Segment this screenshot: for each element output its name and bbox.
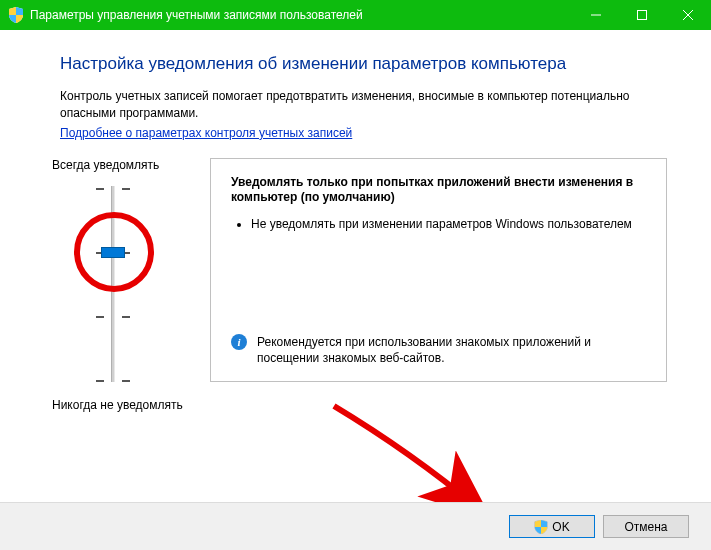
- maximize-button[interactable]: [619, 0, 665, 30]
- cancel-button[interactable]: Отмена: [603, 515, 689, 538]
- page-heading: Настройка уведомления об изменении парам…: [60, 54, 667, 74]
- recommendation-row: i Рекомендуется при использовании знаком…: [231, 334, 646, 366]
- dialog-footer: OK Отмена: [0, 502, 711, 550]
- slider-label-always: Всегда уведомлять: [52, 158, 210, 172]
- page-description: Контроль учетных записей помогает предот…: [60, 88, 667, 122]
- uac-slider[interactable]: [78, 180, 146, 390]
- uac-shield-icon: [534, 520, 548, 534]
- level-title: Уведомлять только при попытках приложени…: [231, 175, 646, 206]
- titlebar: Параметры управления учетными записями п…: [0, 0, 711, 30]
- svg-rect-0: [591, 15, 601, 16]
- cancel-button-label: Отмена: [624, 520, 667, 534]
- recommendation-text: Рекомендуется при использовании знакомых…: [257, 334, 646, 366]
- learn-more-link[interactable]: Подробнее о параметрах контроля учетных …: [60, 126, 352, 140]
- svg-rect-1: [638, 11, 647, 20]
- level-bullets: Не уведомлять при изменении параметров W…: [231, 216, 646, 232]
- ok-button-label: OK: [552, 520, 569, 534]
- window-controls: [573, 0, 711, 30]
- slider-label-never: Никогда не уведомлять: [52, 398, 210, 412]
- level-bullet: Не уведомлять при изменении параметров W…: [251, 216, 646, 232]
- info-icon: i: [231, 334, 247, 350]
- level-description-box: Уведомлять только при попытках приложени…: [210, 158, 667, 382]
- uac-shield-icon: [8, 7, 24, 23]
- close-button[interactable]: [665, 0, 711, 30]
- window-title: Параметры управления учетными записями п…: [30, 8, 363, 22]
- content-area: Настройка уведомления об изменении парам…: [0, 30, 711, 412]
- annotation-circle: [74, 212, 154, 292]
- ok-button[interactable]: OK: [509, 515, 595, 538]
- minimize-button[interactable]: [573, 0, 619, 30]
